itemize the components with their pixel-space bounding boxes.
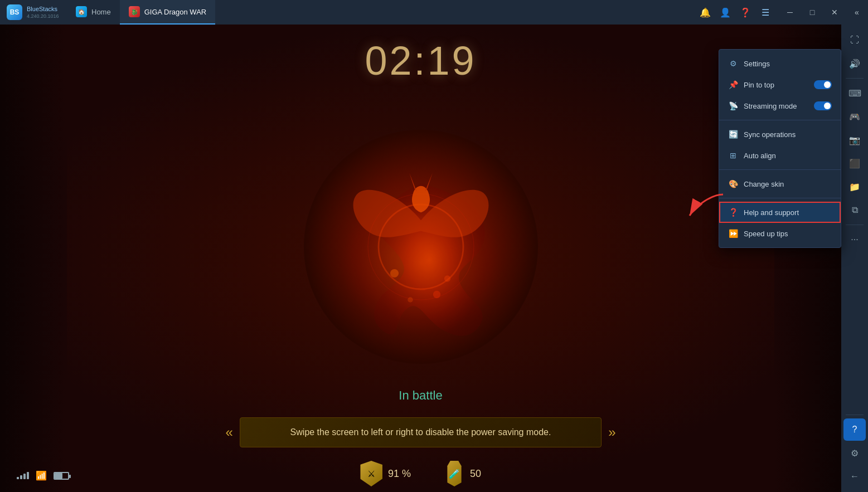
right-sidebar: ⛶ 🔊 ⌨ 🎮 📷 ⬛ 📁 ⧉ ··· ? ⚙ ← (841, 25, 868, 492)
home-tab-icon: 🏠 (76, 6, 87, 17)
dropdown-menu: ⚙ Settings 📌 Pin to top 📡 Streaming mode… (719, 49, 841, 248)
bluestacks-icon: BS (7, 4, 22, 20)
minimize-button[interactable]: ─ (779, 0, 801, 25)
help-sidebar-button[interactable]: ? (843, 418, 866, 441)
settings-sidebar-button[interactable]: ⚙ (843, 442, 866, 464)
streaming-icon: 📡 (728, 101, 738, 111)
titlebar-icons: 🔔 👤 ❓ ☰ (692, 3, 779, 21)
in-battle-label: In battle (399, 388, 442, 403)
sync-icon: 🔄 (728, 129, 738, 139)
menu-item-help-support[interactable]: ❓ Help and support (719, 202, 841, 223)
sidebar-separator-3 (846, 415, 864, 415)
pin-to-top-label: Pin to top (744, 81, 808, 89)
game-viewport[interactable]: 02:19 (0, 25, 841, 492)
menu-item-pin-to-top[interactable]: 📌 Pin to top (719, 74, 841, 95)
screenshot-button[interactable]: 📷 (843, 129, 866, 151)
app-logo: BS BlueStacks 4.240.20.1016 (0, 4, 67, 20)
arrow-left-icon: « (226, 425, 233, 440)
align-icon: ⊞ (728, 150, 738, 160)
arrow-right-icon: » (608, 425, 615, 440)
help-support-icon: ❓ (728, 207, 738, 217)
skin-icon: 🎨 (728, 179, 738, 189)
menu-item-settings[interactable]: ⚙ Settings (719, 53, 841, 74)
change-skin-label: Change skin (744, 180, 832, 188)
menu-button[interactable]: ☰ (757, 3, 774, 21)
app-name: BlueStacks (27, 6, 59, 13)
hud-potion-icon: 🧪 (444, 461, 464, 486)
fullscreen-button[interactable]: ⛶ (843, 29, 866, 51)
hud-shield-item: ⚔ 91 % (360, 461, 411, 486)
titlebar: BS BlueStacks 4.240.20.1016 🏠 Home 🐉 GIG… (0, 0, 868, 25)
menu-item-auto-align[interactable]: ⊞ Auto align (719, 145, 841, 166)
speed-up-icon: ⏩ (728, 228, 738, 238)
hud-potion-value: 50 (470, 468, 481, 480)
game-tab-label: GIGA Dragon WAR (144, 8, 207, 16)
svg-point-6 (433, 290, 440, 298)
svg-point-4 (444, 275, 450, 281)
svg-point-3 (390, 269, 398, 277)
folder-button[interactable]: 📁 (843, 176, 866, 198)
macro-button[interactable]: 🎮 (843, 105, 866, 128)
battery-icon (54, 472, 69, 480)
volume-button[interactable]: 🔊 (843, 52, 866, 75)
sync-operations-label: Sync operations (744, 130, 832, 139)
back-sidebar-button[interactable]: ← (843, 465, 866, 488)
tab-home[interactable]: 🏠 Home (67, 0, 120, 25)
status-bar: 📶 (17, 470, 69, 481)
menu-separator-3 (719, 198, 841, 198)
streaming-mode-label: Streaming mode (744, 102, 808, 110)
menu-item-speed-up-tips[interactable]: ⏩ Speed up tips (719, 223, 841, 244)
sidebar-separator-1 (846, 78, 864, 79)
hud-shield-icon: ⚔ (360, 461, 382, 486)
hud-shield-value: 91 % (388, 468, 411, 480)
dragon-circle (304, 130, 538, 364)
pin-icon: 📌 (728, 80, 738, 90)
pin-to-top-toggle[interactable] (814, 80, 832, 89)
sidebar-separator-2 (846, 225, 864, 225)
home-tab-label: Home (91, 8, 111, 16)
settings-icon: ⚙ (728, 59, 738, 69)
message-text: Swipe the screen to left or right to dis… (240, 417, 602, 447)
menu-item-streaming-mode[interactable]: 📡 Streaming mode (719, 95, 841, 116)
side-panel-left (0, 25, 67, 492)
hud-potion-item: 🧪 50 (444, 461, 481, 486)
speed-up-tips-label: Speed up tips (744, 230, 832, 238)
keyboard-button[interactable]: ⌨ (843, 82, 866, 104)
menu-separator-2 (719, 169, 841, 170)
game-timer: 02:19 (365, 38, 476, 84)
more-button[interactable]: ··· (843, 228, 866, 251)
help-support-label: Help and support (744, 208, 832, 217)
streaming-mode-toggle[interactable] (814, 101, 832, 110)
dragon-svg (315, 141, 527, 353)
dragon-emblem (304, 130, 538, 364)
close-button[interactable]: ✕ (823, 0, 846, 25)
menu-item-sync-operations[interactable]: 🔄 Sync operations (719, 124, 841, 145)
notification-button[interactable]: 🔔 (696, 3, 714, 21)
collapse-button[interactable]: « (846, 0, 868, 25)
multiinstance-button[interactable]: ⧉ (843, 199, 866, 221)
svg-point-5 (408, 297, 413, 303)
hud-icons: ⚔ 91 % 🧪 50 (360, 461, 481, 486)
main-area: 02:19 (0, 25, 868, 492)
signal-icon (17, 472, 29, 479)
record-button[interactable]: ⬛ (843, 152, 866, 174)
app-version: 4.240.20.1016 (27, 13, 59, 19)
bottom-message-container: « Swipe the screen to left or right to d… (226, 417, 616, 447)
message-arrows: « Swipe the screen to left or right to d… (226, 417, 616, 447)
game-tab-icon: 🐉 (129, 6, 140, 17)
menu-item-change-skin[interactable]: 🎨 Change skin (719, 173, 841, 194)
account-button[interactable]: 👤 (716, 3, 734, 21)
auto-align-label: Auto align (744, 152, 832, 160)
maximize-button[interactable]: □ (801, 0, 823, 25)
help-button[interactable]: ❓ (736, 3, 754, 21)
tab-game[interactable]: 🐉 GIGA Dragon WAR (120, 0, 216, 25)
menu-separator-1 (719, 120, 841, 120)
wifi-icon: 📶 (36, 470, 47, 481)
settings-label: Settings (744, 60, 832, 68)
